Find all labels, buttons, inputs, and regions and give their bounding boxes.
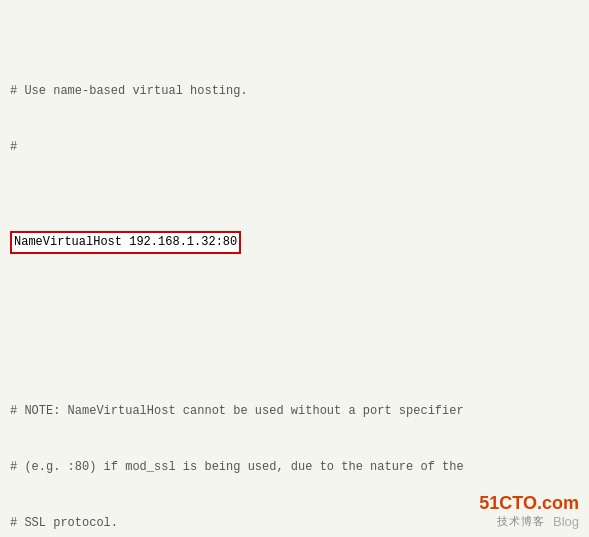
name-virtual-host-line: NameVirtualHost 192.168.1.32:80 bbox=[10, 231, 579, 254]
watermark-sub-row: 技术博客 Blog bbox=[479, 514, 579, 529]
code-line: # bbox=[10, 138, 579, 157]
code-block: # Use name-based virtual hosting. # Name… bbox=[10, 8, 579, 537]
watermark: 51CTO.com 技术博客 Blog bbox=[479, 493, 579, 529]
code-line: # Use name-based virtual hosting. bbox=[10, 82, 579, 101]
main-container: # Use name-based virtual hosting. # Name… bbox=[0, 0, 589, 537]
code-line: # NOTE: NameVirtualHost cannot be used w… bbox=[10, 402, 579, 421]
watermark-site: 51CTO.com bbox=[479, 493, 579, 514]
blank-line bbox=[10, 310, 579, 329]
highlighted-directive: NameVirtualHost 192.168.1.32:80 bbox=[10, 231, 241, 254]
code-line: # (e.g. :80) if mod_ssl is being used, d… bbox=[10, 458, 579, 477]
